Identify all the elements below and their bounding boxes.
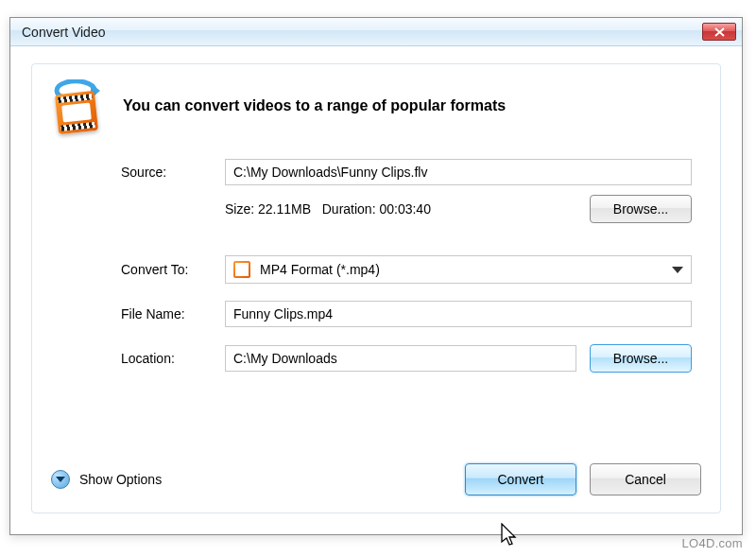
location-row: Location: Browse... bbox=[121, 344, 692, 373]
filename-label: File Name: bbox=[121, 306, 225, 321]
duration-label: Duration: bbox=[322, 201, 376, 217]
source-input[interactable] bbox=[225, 159, 692, 185]
close-icon bbox=[714, 27, 725, 37]
location-label: Location: bbox=[121, 351, 225, 366]
source-row: Source: bbox=[121, 159, 692, 185]
window-title: Convert Video bbox=[22, 25, 702, 40]
show-options-label: Show Options bbox=[79, 472, 162, 487]
filename-row: File Name: bbox=[121, 301, 692, 327]
source-info: Size: 22.11MB Duration: 00:03:40 bbox=[225, 201, 590, 217]
source-label: Source: bbox=[121, 165, 225, 180]
filename-input[interactable] bbox=[225, 301, 692, 327]
convert-button[interactable]: Convert bbox=[465, 463, 576, 495]
convert-to-select[interactable]: MP4 Format (*.mp4) bbox=[225, 255, 692, 284]
duration-value: 00:03:40 bbox=[379, 201, 431, 217]
cancel-button[interactable]: Cancel bbox=[590, 463, 701, 495]
chevron-down-icon bbox=[672, 267, 683, 273]
source-info-row: Size: 22.11MB Duration: 00:03:40 Browse.… bbox=[121, 195, 692, 223]
size-label: Size: bbox=[225, 201, 254, 217]
expand-icon bbox=[51, 470, 70, 489]
size-value: 22.11MB bbox=[258, 201, 311, 217]
footer: Show Options Convert Cancel bbox=[51, 463, 701, 495]
convert-to-row: Convert To: MP4 Format (*.mp4) bbox=[121, 255, 692, 284]
browse-source-button[interactable]: Browse... bbox=[590, 195, 692, 223]
location-input[interactable] bbox=[225, 345, 576, 372]
watermark: LO4D.com bbox=[681, 536, 743, 550]
form: Source: Size: 22.11MB Duration: 00:03:40… bbox=[51, 159, 701, 373]
show-options-toggle[interactable]: Show Options bbox=[51, 470, 162, 489]
convert-to-label: Convert To: bbox=[121, 262, 225, 277]
browse-location-button[interactable]: Browse... bbox=[590, 344, 692, 373]
convert-video-icon bbox=[51, 79, 104, 132]
dialog-content: You can convert videos to a range of pop… bbox=[31, 63, 721, 513]
close-button[interactable] bbox=[702, 23, 736, 41]
headline: You can convert videos to a range of pop… bbox=[123, 97, 506, 114]
convert-to-value: MP4 Format (*.mp4) bbox=[260, 262, 380, 277]
convert-video-dialog: Convert Video You can convert videos to … bbox=[9, 17, 743, 535]
format-icon bbox=[233, 261, 250, 278]
header: You can convert videos to a range of pop… bbox=[51, 79, 701, 132]
titlebar: Convert Video bbox=[10, 18, 742, 46]
